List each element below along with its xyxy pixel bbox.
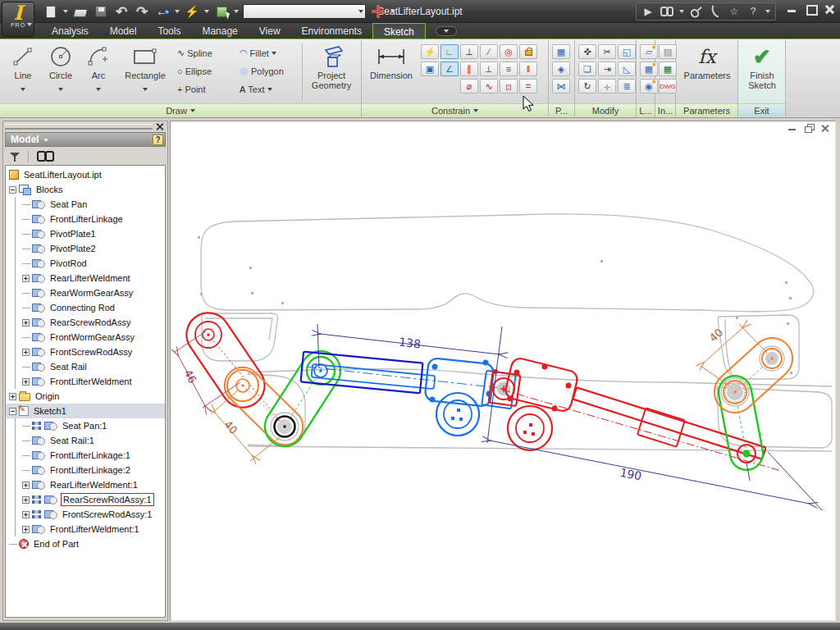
black-ground-joint[interactable] — [275, 417, 295, 437]
layout-panel-label[interactable]: L... — [637, 103, 655, 117]
tab-manage[interactable]: Manage — [191, 23, 248, 39]
rectangular-pattern-button[interactable]: ▦ — [552, 44, 570, 59]
line-button[interactable]: Line — [5, 43, 41, 102]
select-tool-button[interactable] — [213, 3, 230, 20]
maximize-button[interactable] — [806, 4, 816, 14]
concentric-constraint-button[interactable]: ◎ — [500, 44, 518, 59]
help-dropdown-icon[interactable] — [765, 10, 770, 13]
tangent-line-constraint-button[interactable]: ⟂ — [480, 62, 498, 76]
collapse-icon[interactable] — [9, 408, 16, 415]
tree-item[interactable]: PivotPlate2 — [6, 241, 165, 256]
close-button[interactable] — [824, 4, 835, 14]
tree-item[interactable]: RearScrewRodAssy — [6, 315, 165, 330]
tab-tools[interactable]: Tools — [147, 23, 191, 39]
tree-item[interactable]: RearWormGearAssy — [6, 285, 165, 300]
quick-search-combobox[interactable] — [243, 4, 366, 19]
vertical-lines-constraint-button[interactable]: ‖ — [519, 62, 537, 76]
favorites-star-icon[interactable]: ☆ — [728, 5, 741, 18]
copy-button[interactable]: ❏ — [578, 62, 596, 76]
collinear-constraint-button[interactable]: ∕ — [480, 44, 498, 59]
constrain-panel-label[interactable]: Constrain — [362, 103, 548, 117]
tree-item[interactable]: FrontLifterLinkage:1 — [6, 448, 165, 463]
tree-item[interactable]: End of Part — [6, 536, 165, 551]
tree-item[interactable]: FrontLifterLinkage:2 — [6, 463, 165, 477]
tab-sketch[interactable]: Sketch — [372, 23, 426, 39]
new-file-button[interactable] — [43, 3, 59, 20]
parameters-panel-label[interactable]: Parameters — [676, 103, 737, 117]
tree-item[interactable]: FrontWormGearAssy — [6, 330, 165, 345]
doc-close-button[interactable] — [821, 124, 830, 132]
front-worm-gear-housing[interactable] — [425, 358, 516, 436]
tree-item[interactable]: Origin — [6, 389, 165, 404]
undo-button[interactable]: ↶ — [113, 3, 130, 20]
insert-panel-label[interactable]: In... — [655, 103, 675, 117]
fix-constraint-button[interactable] — [519, 44, 537, 59]
browser-close-icon[interactable] — [155, 122, 164, 131]
tree-item[interactable]: Sketch1 — [6, 404, 165, 418]
import-points-button[interactable]: ▦ — [659, 62, 677, 76]
expand-icon[interactable] — [22, 526, 30, 533]
smooth-constraint-button[interactable]: ∿ — [480, 79, 498, 94]
ribbon-collapse-button[interactable] — [436, 26, 457, 36]
show-constraints-button[interactable]: ▣ — [421, 62, 439, 76]
text-button[interactable]: AText — [240, 81, 272, 97]
symmetric-constraint-button[interactable]: [¦] — [500, 79, 518, 94]
pattern-panel-label[interactable]: P... — [549, 103, 574, 117]
mirror-button[interactable]: ⋈ — [552, 79, 570, 94]
exit-panel-label[interactable]: Exit — [738, 103, 785, 117]
help-icon[interactable]: ? — [746, 5, 760, 18]
tab-model[interactable]: Model — [99, 23, 148, 39]
tree-item[interactable]: Seat Pan — [6, 197, 165, 212]
tree-item[interactable]: FrontLifterWeldment — [6, 374, 165, 389]
sketch-drawing[interactable]: 138 190 46 40 40 — [171, 121, 835, 620]
offset-button[interactable]: ≣ — [618, 79, 636, 94]
parameters-button[interactable]: fx Parameters — [681, 43, 733, 102]
expand-icon[interactable] — [22, 319, 30, 326]
expand-icon[interactable] — [9, 393, 16, 400]
expand-icon[interactable] — [22, 378, 30, 386]
insert-acad-button[interactable]: DWG — [659, 79, 677, 94]
point-button[interactable]: +Point — [177, 81, 206, 97]
subscription-key-icon[interactable] — [687, 2, 706, 21]
auto-dimension-button[interactable]: ⚡ — [421, 44, 439, 59]
draw-panel-label[interactable]: Draw — [0, 103, 361, 117]
polygon-button[interactable]: Polygon — [240, 63, 284, 79]
trim-button[interactable]: ✂ — [598, 44, 616, 59]
doc-minimize-button[interactable] — [788, 124, 797, 132]
split-button[interactable]: -|- — [598, 79, 616, 94]
fillet-button[interactable]: ◠Fillet — [240, 45, 276, 61]
expand-icon[interactable]: ▶ — [641, 5, 655, 18]
extend-button[interactable]: ⇥ — [598, 62, 616, 76]
expand-icon[interactable] — [22, 496, 30, 504]
dimension-138[interactable]: 138 — [317, 324, 502, 443]
parallel-constraint-button[interactable]: ∥ — [460, 62, 478, 76]
open-button[interactable] — [72, 3, 89, 20]
tree-item[interactable]: FrontScrewRodAssy:1 — [6, 507, 165, 522]
qat-overflow-icon[interactable] — [390, 10, 395, 13]
arc-button[interactable]: Arc — [80, 43, 116, 102]
tree-item[interactable]: SeatLifterLayout.ipt — [6, 167, 165, 182]
search-dropdown-icon[interactable] — [679, 10, 684, 13]
perpendicular-constraint-button[interactable]: ∠ — [441, 62, 459, 76]
spline-button[interactable]: ∿Spline — [177, 45, 212, 61]
minimize-button[interactable] — [787, 4, 797, 14]
tree-item[interactable]: PivotRod — [6, 256, 165, 271]
ellipse-button[interactable]: ○Ellipse — [177, 63, 212, 79]
rectangle-button[interactable]: Rectangle — [118, 43, 172, 102]
sketch-canvas[interactable]: 138 190 46 40 40 — [170, 121, 836, 621]
vertical-constraint-button[interactable]: ⊥ — [460, 44, 478, 59]
search-icon[interactable] — [660, 5, 673, 18]
tree-item[interactable]: RearLifterWeldment — [6, 271, 165, 285]
sketch-points[interactable] — [198, 236, 792, 436]
circle-button[interactable]: Circle — [43, 43, 79, 102]
stretch-button[interactable]: ◺ — [618, 62, 636, 76]
browser-help-button[interactable]: ? — [153, 135, 163, 145]
collapse-icon[interactable] — [9, 186, 16, 194]
select-dropdown-icon[interactable] — [234, 10, 239, 13]
modify-panel-label[interactable]: Modify — [575, 103, 636, 117]
application-menu-button[interactable]: I PRO — [2, 2, 34, 37]
coincident-constraint-button[interactable]: ∟ — [441, 44, 459, 59]
expand-icon[interactable] — [22, 275, 30, 282]
update-button[interactable]: ⚡ — [184, 3, 200, 20]
pivot-link-right[interactable] — [706, 330, 801, 422]
